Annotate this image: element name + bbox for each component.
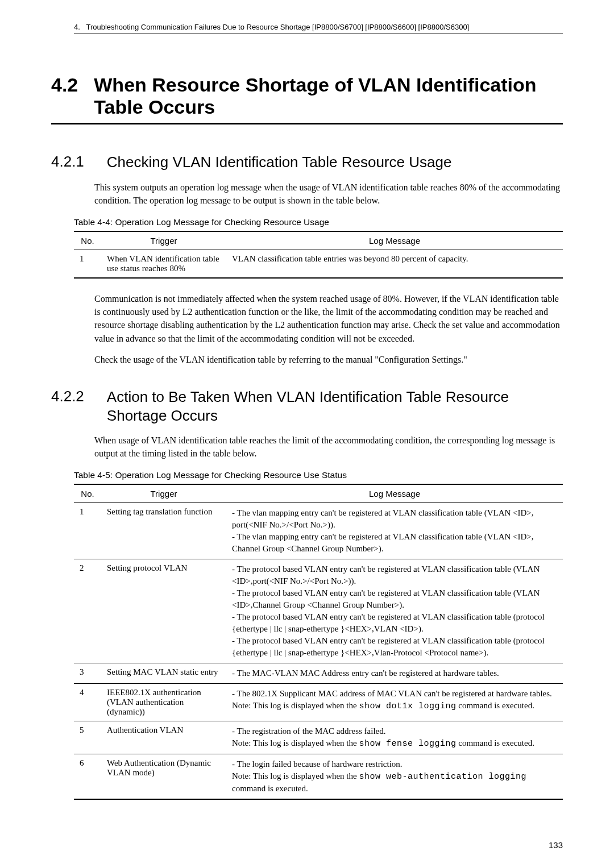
subsection-421-heading: 4.2.1 Checking VLAN Identification Table…	[51, 153, 563, 172]
cell-no: 1	[74, 250, 101, 279]
cell-log: - The vlan mapping entry can't be regist…	[226, 503, 563, 559]
th-log: Log Message	[226, 484, 563, 503]
note-command: show web-authentication logging	[359, 772, 526, 782]
page-number: 133	[549, 840, 563, 850]
cell-trigger: When VLAN identification table use statu…	[101, 250, 226, 279]
log-line: - The protocol based VLAN entry can't be…	[232, 635, 557, 659]
cell-trigger: IEEE802.1X authentication (VLAN authenti…	[101, 684, 226, 721]
sub421-body2: Communication is not immediately affecte…	[74, 292, 563, 366]
sub421-para1: This system outputs an operation log mes…	[94, 181, 563, 207]
table-row: 1 Setting tag translation function - The…	[74, 503, 563, 559]
header-chapter-title: Troubleshooting Communication Failures D…	[86, 23, 469, 31]
log-line: - The 802.1X Supplicant MAC address of M…	[232, 688, 557, 700]
th-log: Log Message	[226, 231, 563, 250]
table44: No. Trigger Log Message 1 When VLAN iden…	[74, 231, 563, 279]
sub421-body: This system outputs an operation log mes…	[74, 181, 563, 207]
sub421-para2: Communication is not immediately affecte…	[94, 292, 563, 345]
cell-trigger: Setting protocol VLAN	[101, 559, 226, 663]
note-suffix: command is executed.	[456, 701, 534, 710]
th-trigger: Trigger	[101, 484, 226, 503]
log-line: - The protocol based VLAN entry can't be…	[232, 563, 557, 587]
table-row: 3 Setting MAC VLAN static entry - The MA…	[74, 663, 563, 684]
cell-log: - The 802.1X Supplicant MAC address of M…	[226, 684, 563, 721]
table45-header-row: No. Trigger Log Message	[74, 484, 563, 503]
note-suffix: command is executed.	[232, 784, 308, 793]
table-row: 2 Setting protocol VLAN - The protocol b…	[74, 559, 563, 663]
th-trigger: Trigger	[101, 231, 226, 250]
table45-caption: Table 4-5: Operation Log Message for Che…	[74, 470, 563, 480]
section-rule	[51, 123, 563, 124]
cell-no: 6	[74, 754, 101, 800]
table-row: 4 IEEE802.1X authentication (VLAN authen…	[74, 684, 563, 721]
page: 4. Troubleshooting Communication Failure…	[0, 0, 614, 868]
log-line: - The protocol based VLAN entry can't be…	[232, 587, 557, 611]
header-chapter-num: 4.	[74, 23, 80, 31]
cell-no: 5	[74, 721, 101, 754]
cell-log: - The login failed because of hardware r…	[226, 754, 563, 800]
subsection-title: Action to Be Taken When VLAN Identificat…	[107, 388, 563, 425]
table44-caption: Table 4-4: Operation Log Message for Che…	[74, 217, 563, 227]
cell-no: 4	[74, 684, 101, 721]
note-command: show fense logging	[359, 739, 456, 749]
log-note: Note: This log is displayed when the sho…	[232, 770, 557, 795]
table-row: 1 When VLAN identification table use sta…	[74, 250, 563, 279]
table-row: 6 Web Authentication (Dynamic VLAN mode)…	[74, 754, 563, 800]
subsection-title: Checking VLAN Identification Table Resou…	[107, 153, 452, 172]
cell-no: 2	[74, 559, 101, 663]
cell-no: 3	[74, 663, 101, 684]
cell-trigger: Authentication VLAN	[101, 721, 226, 754]
cell-no: 1	[74, 503, 101, 559]
log-line: - The MAC-VLAN MAC Address entry can't b…	[232, 667, 557, 679]
sub422-body: When usage of VLAN identification table …	[74, 434, 563, 460]
table-row: 5 Authentication VLAN - The registration…	[74, 721, 563, 754]
table44-header-row: No. Trigger Log Message	[74, 231, 563, 250]
note-prefix: Note: This log is displayed when the	[232, 701, 359, 710]
cell-log: - The protocol based VLAN entry can't be…	[226, 559, 563, 663]
cell-trigger: Setting tag translation function	[101, 503, 226, 559]
cell-log: VLAN classification table entries was be…	[226, 250, 563, 279]
sub421-para3: Check the usage of the VLAN identificati…	[94, 353, 563, 366]
cell-log: - The MAC-VLAN MAC Address entry can't b…	[226, 663, 563, 684]
cell-log: - The registration of the MAC address fa…	[226, 721, 563, 754]
note-suffix: command is executed.	[456, 738, 534, 747]
log-line: - The protocol based VLAN entry can't be…	[232, 611, 557, 635]
log-line: - The vlan mapping entry can't be regist…	[232, 507, 557, 531]
th-no: No.	[74, 484, 101, 503]
log-note: Note: This log is displayed when the sho…	[232, 700, 557, 712]
log-line: - The registration of the MAC address fa…	[232, 725, 557, 737]
th-no: No.	[74, 231, 101, 250]
subsection-number: 4.2.2	[51, 388, 84, 405]
section-heading: 4.2 When Resource Shortage of VLAN Ident…	[51, 74, 563, 118]
note-command: show dot1x logging	[359, 701, 456, 711]
sub422-para1: When usage of VLAN identification table …	[94, 434, 563, 460]
log-note: Note: This log is displayed when the sho…	[232, 737, 557, 750]
running-header: 4. Troubleshooting Communication Failure…	[74, 23, 563, 34]
subsection-422-heading: 4.2.2 Action to Be Taken When VLAN Ident…	[51, 388, 563, 425]
note-prefix: Note: This log is displayed when the	[232, 771, 359, 780]
subsection-number: 4.2.1	[51, 153, 84, 171]
section-title: When Resource Shortage of VLAN Identific…	[94, 74, 563, 118]
cell-trigger: Web Authentication (Dynamic VLAN mode)	[101, 754, 226, 800]
note-prefix: Note: This log is displayed when the	[232, 738, 359, 747]
log-line: - The login failed because of hardware r…	[232, 758, 557, 770]
section-number: 4.2	[51, 74, 78, 96]
log-line: - The vlan mapping entry can't be regist…	[232, 531, 557, 555]
cell-trigger: Setting MAC VLAN static entry	[101, 663, 226, 684]
table45: No. Trigger Log Message 1 Setting tag tr…	[74, 484, 563, 800]
